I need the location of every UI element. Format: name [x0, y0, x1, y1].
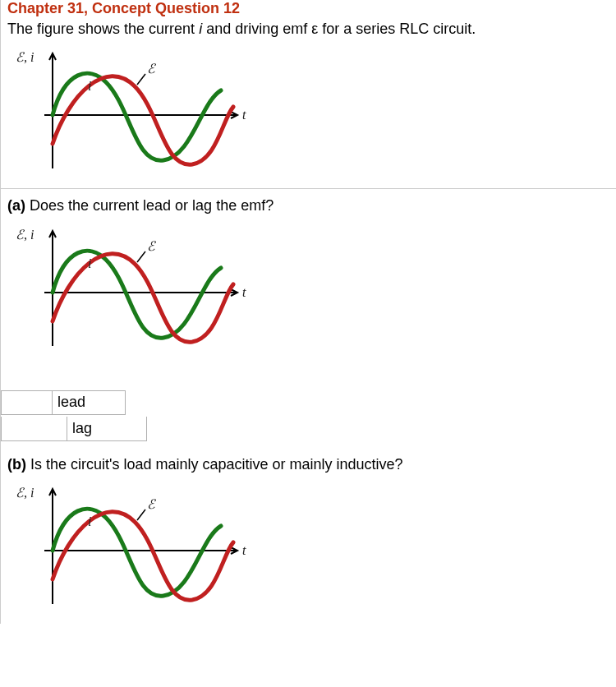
part-b-text: Is the circuit's load mainly capacitive …: [26, 456, 403, 473]
part-a-label: (a): [7, 197, 25, 214]
svg-line-5: [137, 251, 145, 262]
y-axis-label: ℰ, i: [16, 50, 34, 64]
answer-options: lead lag: [7, 390, 616, 443]
curve-i-label: i: [88, 79, 91, 93]
x-axis-label: t: [242, 543, 246, 557]
curve-i-label: i: [88, 256, 91, 270]
intro-prefix: The figure shows the current: [7, 21, 199, 37]
answer-label-lead: lead: [52, 390, 126, 415]
y-axis-label: ℰ, i: [16, 228, 34, 242]
part-a-text: Does the current lead or lag the emf?: [25, 197, 274, 214]
answer-label-lag: lag: [67, 417, 147, 441]
rlc-waveform-figure: ℰ, i t i ℰ: [7, 45, 254, 185]
intro-rest: and driving emf ε for a series RLC circu…: [202, 21, 476, 37]
curve-emf-label: ℰ: [147, 497, 157, 511]
x-axis-label: t: [242, 108, 246, 122]
x-axis-label: t: [242, 285, 246, 299]
answer-selector-lag[interactable]: [1, 417, 67, 441]
rlc-waveform-figure-b: ℰ, i t i ℰ: [7, 481, 254, 620]
y-axis-label: ℰ, i: [16, 486, 34, 500]
part-b-question: (b) Is the circuit's load mainly capacit…: [7, 454, 616, 474]
figure-part-a: ℰ, i t i ℰ: [1, 223, 616, 366]
chapter-title: Chapter 31, Concept Question 12: [7, 0, 616, 17]
svg-line-8: [137, 509, 145, 520]
figure-part-b: ℰ, i t i ℰ: [1, 481, 616, 624]
figure-top: ℰ, i t i ℰ: [1, 45, 616, 189]
part-a-question: (a) Does the current lead or lag the emf…: [7, 196, 616, 215]
curve-emf-label: ℰ: [147, 62, 157, 76]
curve-emf-label: ℰ: [147, 239, 157, 253]
answer-selector-lead[interactable]: [1, 390, 52, 415]
part-b-label: (b): [7, 456, 26, 473]
curve-i-label: i: [88, 514, 91, 528]
svg-line-2: [137, 74, 145, 85]
intro-text: The figure shows the current i and drivi…: [7, 19, 616, 39]
rlc-waveform-figure-a: ℰ, i t i ℰ: [7, 223, 254, 362]
